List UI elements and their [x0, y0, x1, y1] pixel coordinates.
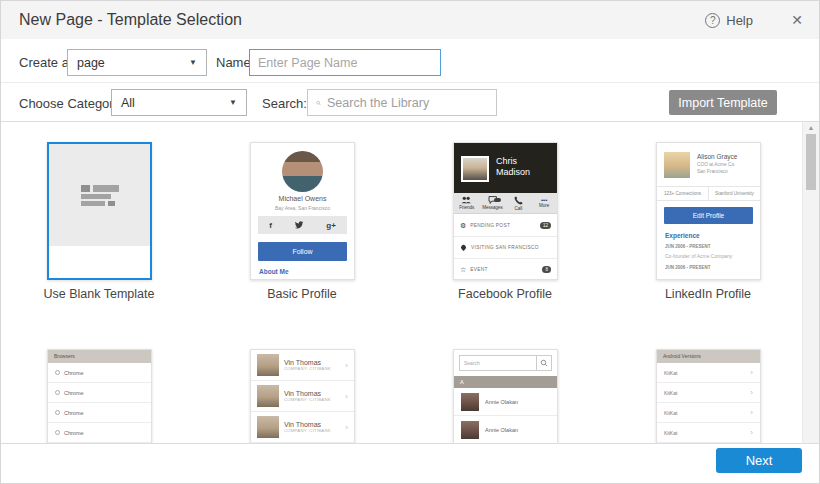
blank-thumbnail — [49, 144, 150, 246]
list-item: Vin Thomas COMPANY: CITIBANK › — [251, 350, 354, 381]
choose-category-label: Choose Category: — [19, 96, 124, 111]
chevron-right-icon: › — [750, 368, 753, 377]
section-header: A — [454, 376, 557, 388]
twitter-icon — [294, 221, 304, 229]
profile-location: San Francisco — [697, 169, 728, 174]
avatar — [461, 421, 479, 439]
radio-icon — [55, 370, 60, 375]
connections-cell: 123+ Connections — [657, 187, 709, 200]
scrollbar-thumb[interactable] — [806, 134, 816, 190]
profile-name: Chris Madison — [496, 156, 530, 178]
close-icon[interactable]: ✕ — [791, 1, 803, 39]
experience-date: JUN 2006 - PRESENT — [665, 244, 711, 249]
experience-heading: Experience — [665, 232, 700, 239]
template-grid: Use Blank Template Michael Owens Bay Are… — [1, 122, 803, 444]
page-name-input[interactable] — [249, 49, 441, 76]
library-search-box — [307, 89, 497, 116]
chevron-right-icon: › — [345, 392, 348, 401]
create-row: Create a page ▼ Name: — [1, 39, 819, 83]
template-card-browsers[interactable]: Browsers Chrome Chrome Chrome Chrome — [47, 349, 152, 444]
chevron-right-icon: › — [750, 408, 753, 417]
count-badge: 12 — [540, 222, 551, 229]
avatar — [257, 416, 279, 438]
profile-name: Michael Owens — [251, 195, 354, 202]
social-bar: f g+ — [258, 216, 347, 234]
search-icon — [316, 97, 321, 109]
list-item: KitKat › — [657, 383, 760, 403]
list-item: Annie Olakan — [454, 388, 557, 416]
location-pin-icon — [460, 244, 467, 251]
gear-icon: ⚙ — [460, 222, 466, 230]
visiting-row: VISITING SAN FRANCISCO — [454, 237, 557, 259]
template-label-facebook: Facebook Profile — [425, 287, 585, 301]
create-a-label: Create a — [19, 55, 69, 70]
template-card-android-versions[interactable]: Android Versions KitKat › KitKat › KitKa… — [656, 349, 761, 444]
help-icon: ? — [705, 13, 720, 28]
facebook-icon: f — [269, 221, 272, 230]
list-header: Android Versions — [657, 350, 760, 363]
facebook-action-bar: Friends Messages Call ••• — [454, 193, 557, 214]
list-item: Vin Thomas COMPANY: CITIBANK › — [251, 412, 354, 443]
list-item: KitKat › — [657, 363, 760, 383]
count-badge: 8 — [542, 266, 551, 273]
list-header: Browsers — [48, 350, 151, 363]
category-value: All — [121, 96, 229, 110]
follow-button: Follow — [258, 242, 347, 261]
template-label-blank: Use Blank Template — [19, 287, 179, 301]
messages-badge — [494, 198, 501, 202]
friends-icon — [461, 196, 472, 204]
next-button[interactable]: Next — [716, 448, 802, 473]
search-icon — [540, 359, 548, 367]
experience-role: Co-founder of Acme Company — [665, 253, 732, 259]
vertical-scrollbar[interactable]: ▲ — [802, 122, 819, 444]
template-card-blank[interactable] — [47, 142, 152, 280]
list-item: Chrome — [48, 363, 151, 383]
about-me-link: About Me — [259, 268, 289, 275]
scroll-up-icon[interactable]: ▲ — [803, 124, 819, 131]
edit-profile-button: Edit Profile — [664, 207, 753, 224]
template-label-linkedin: LinkedIn Profile — [628, 287, 788, 301]
template-card-search-list[interactable]: Search A Annie Olakan Annie Olakan — [453, 349, 558, 444]
help-button[interactable]: ? Help — [705, 1, 753, 39]
list-item: Vin Thomas COMPANY: CITIBANK › — [251, 381, 354, 412]
chevron-right-icon: › — [750, 428, 753, 437]
mini-search-box: Search — [459, 355, 552, 371]
more-icon: ••• — [541, 198, 547, 202]
create-type-dropdown[interactable]: page ▼ — [67, 49, 207, 76]
friends-action: Friends — [454, 193, 480, 213]
avatar — [664, 152, 690, 178]
category-dropdown[interactable]: All ▼ — [111, 89, 247, 116]
avatar — [461, 156, 489, 182]
search-button — [536, 356, 551, 370]
template-card-facebook-profile[interactable]: Chris Madison Friends Mess — [453, 142, 558, 280]
import-template-button[interactable]: Import Template — [669, 90, 777, 115]
chevron-right-icon: › — [750, 388, 753, 397]
chevron-right-icon: › — [345, 361, 348, 370]
experience-date: JUN 2006 - PRESENT — [665, 265, 711, 270]
new-page-dialog: New Page - Template Selection ? Help ✕ C… — [0, 0, 820, 484]
radio-icon — [55, 430, 60, 435]
template-label-basic: Basic Profile — [222, 287, 382, 301]
chevron-right-icon: › — [345, 423, 348, 432]
call-action: Call — [506, 193, 532, 213]
template-card-contact-list[interactable]: Vin Thomas COMPANY: CITIBANK › Vin Thoma… — [250, 349, 355, 444]
template-card-linkedin-profile[interactable]: Alison Grayce COO at Acme Co. San Franci… — [656, 142, 761, 280]
profile-name: Alison Grayce — [697, 153, 737, 160]
dialog-titlebar: New Page - Template Selection ? Help ✕ — [1, 1, 819, 39]
list-item: Chrome — [48, 383, 151, 403]
profile-title: COO at Acme Co. — [697, 162, 735, 167]
chevron-down-icon: ▼ — [229, 98, 237, 107]
library-search-input[interactable] — [327, 96, 488, 110]
phone-icon — [514, 196, 523, 205]
avatar — [282, 151, 323, 192]
dialog-title: New Page - Template Selection — [19, 1, 242, 39]
school-cell: Stanford University — [709, 187, 760, 200]
text-lines-icon — [81, 183, 119, 208]
list-item: KitKat › — [657, 403, 760, 423]
help-label: Help — [726, 13, 753, 28]
gplus-icon: g+ — [326, 221, 336, 230]
template-card-basic-profile[interactable]: Michael Owens Bay Area, San Francisco f … — [250, 142, 355, 280]
radio-icon — [55, 410, 60, 415]
event-row: ☆ EVENT 8 — [454, 259, 557, 280]
avatar — [461, 393, 479, 411]
